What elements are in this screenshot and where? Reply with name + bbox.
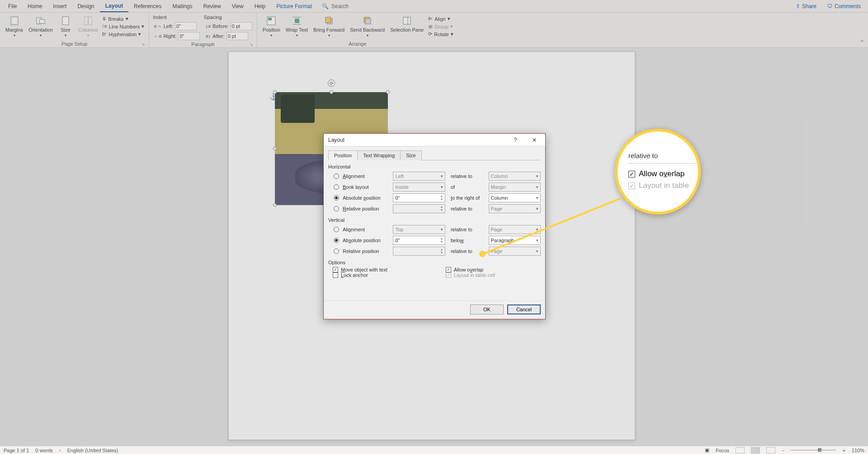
status-page[interactable]: Page 1 of 1 [4,448,29,453]
h-rel-rel-combo[interactable]: Page▾ [489,204,541,213]
lock-anchor-checkbox[interactable] [333,272,338,278]
cancel-button[interactable]: Cancel [507,304,541,314]
tab-layout[interactable]: Layout [100,0,128,12]
columns-button[interactable]: Columns▾ [76,14,99,38]
size-button[interactable]: Size▾ [57,14,75,38]
zoom-out-button[interactable]: − [782,448,784,453]
h-alignment-radio[interactable] [334,173,339,179]
breaks-button[interactable]: ⤋Breaks ▾ [101,15,145,22]
svg-rect-0 [11,17,18,25]
spacing-before[interactable]: ↕≡Before:0 pt [204,22,253,31]
search-box[interactable]: 🔍 Search [317,3,353,9]
h-book-rel-combo[interactable]: Margin▾ [489,183,541,192]
dialog-tab-text-wrapping[interactable]: Text Wrapping [357,150,401,160]
v-alignment-label: Alignment [343,227,389,232]
status-proofing-icon[interactable]: ▫ [59,448,61,453]
collapse-ribbon-icon[interactable]: ⌃ [860,39,864,46]
page-setup-launcher[interactable]: ↘ [142,42,145,47]
svg-rect-8 [268,18,272,20]
resize-handle-tr[interactable] [386,90,390,94]
tab-home[interactable]: Home [22,0,47,12]
view-print-layout[interactable] [751,447,760,454]
dialog-tab-size[interactable]: Size [400,150,421,160]
svg-rect-5 [85,17,88,25]
position-button[interactable]: Position▾ [261,14,282,38]
dialog-tab-position[interactable]: Position [328,150,358,160]
h-abs-spin[interactable]: 0"▲▼ [393,193,445,202]
focus-mode-icon[interactable]: ▣ [705,447,709,453]
v-alignment-rel-label: relative to [449,227,485,232]
h-abs-radio[interactable] [334,195,339,201]
resize-handle-tl[interactable] [273,90,277,94]
tab-help[interactable]: Help [249,0,271,12]
dialog-close-button[interactable]: ✕ [526,135,542,145]
tab-view[interactable]: View [226,0,249,12]
tab-references[interactable]: References [128,0,167,12]
selection-pane-button[interactable]: Selection Pane [388,14,425,33]
resize-handle-tm[interactable] [330,90,333,94]
v-abs-spin[interactable]: 0"▲▼ [393,236,445,245]
spacing-after[interactable]: ≡↕After:0 pt [204,32,253,41]
allow-overlap-check[interactable]: Allow overlap [446,267,495,272]
zoom-slider[interactable] [791,449,836,451]
bring-forward-button[interactable]: Bring Forward▾ [311,14,346,38]
status-lang[interactable]: English (United States) [67,448,118,453]
zoom-level[interactable]: 110% [852,448,864,453]
move-object-checkbox[interactable] [333,267,338,272]
resize-handle-ml[interactable] [273,147,277,150]
svg-rect-9 [295,19,299,23]
h-abs-rel-combo[interactable]: Column▾ [489,193,541,202]
h-alignment-combo[interactable]: Left▾ [393,172,445,181]
dialog-titlebar[interactable]: Layout ? ✕ [324,134,545,146]
tab-review[interactable]: Review [198,0,226,12]
margins-button[interactable]: Margins▾ [4,14,25,38]
view-web-layout[interactable] [766,447,775,454]
align-button[interactable]: ⊫Align ▾ [427,15,454,22]
dialog-title: Layout [328,137,344,143]
dialog-help-button[interactable]: ? [507,135,524,145]
hyphenation-button[interactable]: bᶜHyphenation ▾ [101,31,145,37]
svg-rect-3 [39,19,45,23]
rotate-handle[interactable]: ⟳ [328,80,335,87]
group-button[interactable]: ▣Group ▾ [427,23,454,30]
h-book-combo[interactable]: Inside▾ [393,183,445,192]
status-words[interactable]: 0 words [35,448,53,453]
allow-overlap-checkbox[interactable] [446,267,451,272]
indent-right[interactable]: ←≡Right:0" [153,32,201,41]
h-rel-radio[interactable] [334,206,339,211]
tab-picture-format[interactable]: Picture Format [271,0,317,12]
ok-button[interactable]: OK [470,304,504,314]
rotate-button[interactable]: ⟳Rotate ▾ [427,31,454,37]
h-book-radio[interactable] [334,184,339,190]
view-read-mode[interactable] [736,447,745,454]
orientation-button[interactable]: Orientation▾ [27,14,55,38]
tab-mailings[interactable]: Mailings [167,0,198,12]
wrap-text-button[interactable]: Wrap Text▾ [284,14,310,38]
v-alignment-radio[interactable] [334,227,339,232]
tab-insert[interactable]: Insert [47,0,72,12]
paragraph-launcher[interactable]: ↘ [250,42,253,47]
status-focus[interactable]: Focus [716,448,729,453]
v-rel-radio[interactable] [334,248,339,254]
v-abs-radio[interactable] [334,238,339,243]
comments-button[interactable]: 🗨Comments [823,3,865,9]
share-button[interactable]: ⇪Share [791,3,821,9]
ribbon: Margins▾ Orientation▾ Size▾ Columns▾ ⤋Br… [0,13,868,48]
tab-design[interactable]: Design [72,0,99,12]
rotate-icon: ⟳ [428,31,432,37]
svg-rect-16 [403,17,410,24]
send-backward-button[interactable]: Send Backward▾ [348,14,387,38]
move-object-check[interactable]: Move object with text [333,267,428,272]
lock-anchor-check[interactable]: Lock anchor [333,272,428,278]
line-numbers-button[interactable]: ⁝≡Line Numbers ▾ [101,23,145,30]
h-rel-spin[interactable]: ▲▼ [393,204,445,213]
v-alignment-combo[interactable]: Top▾ [393,225,445,234]
share-icon: ⇪ [796,3,800,9]
indent-left[interactable]: ≡→Left:0" [153,22,201,31]
tab-file[interactable]: File [3,0,22,12]
h-alignment-rel-combo[interactable]: Column▾ [489,172,541,181]
layout-dialog: Layout ? ✕ Position Text Wrapping Size H… [323,133,546,319]
v-rel-spin[interactable]: ▲▼ [393,247,445,256]
zoom-in-button[interactable]: + [842,448,845,453]
resize-handle-bl[interactable] [273,203,277,207]
